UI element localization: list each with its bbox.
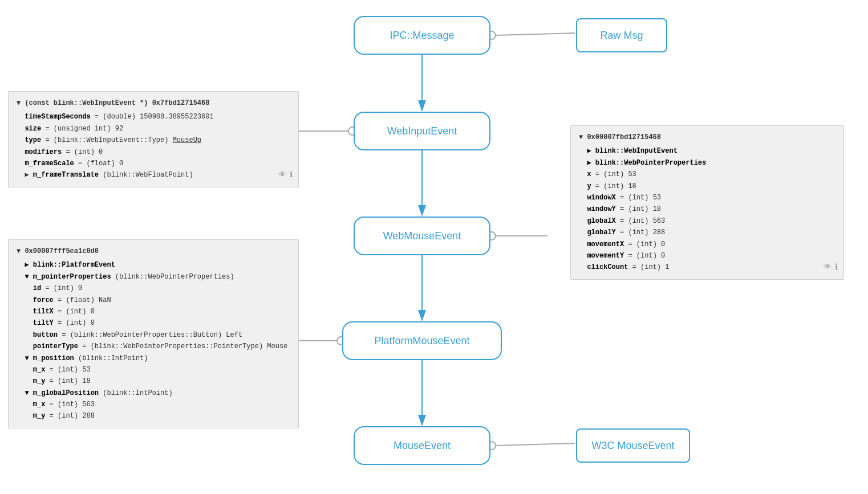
field-frameTranslate: ▶ m_frameTranslate (blink::WebFloatPoint…	[17, 169, 290, 181]
field-frameScale: m_frameScale = (float) 0	[17, 158, 290, 169]
panel-icons: 👁 ℹ	[278, 169, 293, 182]
node-raw-msg-label: Raw Msg	[600, 30, 643, 42]
right-info-icon: ℹ	[835, 261, 838, 275]
node-mouse-event: MouseEvent	[354, 426, 490, 465]
right-field-globalY: globalY = (int) 288	[579, 227, 835, 238]
field-type: type = (blink::WebInputEvent::Type) Mous…	[17, 134, 290, 146]
field-gmy: m_y = (int) 288	[17, 410, 290, 422]
node-ipc-message: IPC::Message	[354, 16, 490, 55]
info-icon: ℹ	[290, 169, 293, 182]
left-bottom-panel-title: ▼ 0x00007fff5ea1c0d0	[17, 246, 290, 257]
right-eye-icon: 👁	[824, 261, 832, 275]
svg-line-15	[496, 443, 575, 446]
node-raw-msg: Raw Msg	[576, 18, 667, 52]
field-mx: m_x = (int) 53	[17, 364, 290, 375]
right-field-y: y = (int) 18	[579, 181, 835, 192]
right-field-windowY: windowY = (int) 18	[579, 203, 835, 215]
node-web-mouse-event: WebMouseEvent	[354, 217, 490, 255]
field-pointerType: pointerType = (blink::WebPointerProperti…	[17, 341, 290, 352]
field-m-globalPosition: ▼ m_globalPosition (blink::IntPoint)	[17, 387, 290, 399]
node-web-input-event-label: WebInputEvent	[387, 125, 457, 137]
left-bottom-panel: ▼ 0x00007fff5ea1c0d0 ▶ blink::PlatformEv…	[8, 239, 299, 428]
field-pointer-props-header: ▼ m_pointerProperties (blink::WebPointer…	[17, 271, 290, 283]
field-platform-event: ▶ blink::PlatformEvent	[17, 259, 290, 271]
field-button: button = (blink::WebPointerProperties::B…	[17, 329, 290, 341]
field-timestamp: timeStampSeconds = (double) 150988.38955…	[17, 111, 290, 123]
right-field-windowX: windowX = (int) 53	[579, 192, 835, 203]
field-tiltY: tiltY = (int) 0	[17, 317, 290, 329]
right-field-x: x = (int) 53	[579, 169, 835, 180]
node-platform-mouse-event: PlatformMouseEvent	[342, 321, 502, 360]
field-modifiers: modifiers = (int) 0	[17, 146, 290, 158]
field-force: force = (float) NaN	[17, 295, 290, 306]
field-tiltX: tiltX = (int) 0	[17, 306, 290, 317]
field-my: m_y = (int) 18	[17, 375, 290, 387]
node-w3c-mouse-event: W3C MouseEvent	[576, 428, 690, 463]
right-panel-icons: 👁 ℹ	[824, 261, 838, 275]
field-m-position: ▼ m_position (blink::IntPoint)	[17, 353, 290, 364]
right-field-globalX: globalX = (int) 563	[579, 215, 835, 227]
node-platform-mouse-event-label: PlatformMouseEvent	[374, 335, 469, 347]
node-web-mouse-event-label: WebMouseEvent	[383, 230, 461, 242]
right-field-movementX: movementX = (int) 0	[579, 239, 835, 250]
node-w3c-mouse-event-label: W3C MouseEvent	[591, 440, 674, 452]
right-field-movementY: movementY = (int) 0	[579, 250, 835, 262]
field-id: id = (int) 0	[17, 283, 290, 294]
svg-line-7	[496, 33, 575, 35]
field-gmx: m_x = (int) 563	[17, 399, 290, 410]
node-ipc-message-label: IPC::Message	[390, 30, 454, 42]
right-panel-title: ▼ 0x00007fbd12715468	[579, 132, 835, 143]
eye-icon: 👁	[278, 169, 286, 182]
right-field-webpointer: ▶ blink::WebPointerProperties	[579, 157, 835, 169]
right-field-webinput: ▶ blink::WebInputEvent	[579, 145, 835, 157]
right-field-clickCount: clickCount = (int) 1	[579, 262, 835, 273]
canvas: IPC::Message Raw Msg WebInputEvent WebMo…	[0, 0, 868, 494]
left-top-panel: ▼ (const blink::WebInputEvent *) 0x7fbd1…	[8, 91, 299, 187]
node-mouse-event-label: MouseEvent	[394, 440, 451, 452]
left-top-panel-title: ▼ (const blink::WebInputEvent *) 0x7fbd1…	[17, 97, 290, 109]
right-panel: ▼ 0x00007fbd12715468 ▶ blink::WebInputEv…	[570, 125, 844, 280]
field-size: size = (unsigned int) 92	[17, 123, 290, 134]
node-web-input-event: WebInputEvent	[354, 112, 490, 150]
